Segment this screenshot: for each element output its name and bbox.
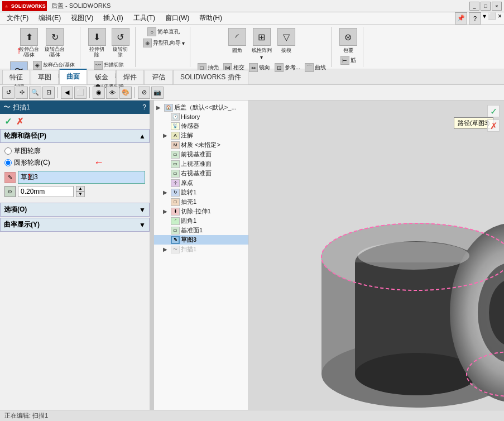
tab-surface[interactable]: 曲面 [59,69,87,84]
rib-icon: ⊢ [340,56,349,65]
zoom-fit-button[interactable]: ⊡ [42,87,55,99]
window-controls[interactable]: _ □ × [469,2,502,11]
sketch-profile-radio-row: 草图轮廓 [4,145,145,157]
menu-help[interactable]: 帮助(H) [195,12,227,24]
sweep-cut-icon: 〰 [94,61,103,70]
tab-weldment[interactable]: 焊件 [116,70,144,84]
pin-icon[interactable]: 📌 [455,12,467,25]
tree-item-plane1[interactable]: ▭ 基准面1 [154,226,248,235]
viewport-check-panel: ✓ ✗ [487,105,500,132]
revolve-boss-button[interactable]: ↻ 旋转凸台/基体 [42,27,67,59]
cut-extrude1-arrow: ▶ [163,208,170,214]
std-views-button[interactable]: ⬜ [74,87,87,99]
curve-button[interactable]: ⌒ 曲线 [303,63,328,73]
tree-item-top-plane[interactable]: ▭ 上视基准面 [154,159,248,169]
section-view-button[interactable]: ⊘ [138,87,150,99]
minimize-button[interactable]: _ [469,2,479,11]
viewport-ok-button[interactable]: ✓ [487,105,500,117]
tab-features[interactable]: 特征 [2,70,30,84]
edit-appear-button[interactable]: 🎨 [119,87,132,99]
root-label: 后盖（默认<<默认>_... [174,103,237,112]
maximize-button[interactable]: □ [481,2,491,11]
help-icon[interactable]: ? [142,103,146,111]
tree-item-sweep1[interactable]: ▶ 〜 扫描1 [154,245,248,254]
tree-root[interactable]: ▶ 🏠 后盖（默认<<默认>_... [154,103,248,112]
feature-tree-panel: ▶ 🏠 后盖（默认<<默认>_... 🕐 History 📡 传感器 ▶ A 注… [154,101,249,411]
options-section-header[interactable]: 选项(O) ▼ [0,203,150,217]
zoom-button[interactable]: 🔍 [29,87,41,99]
tab-evaluate[interactable]: 评估 [145,70,172,84]
tab-sheet-metal[interactable]: 钣金 [88,70,116,84]
revolve-boss-label: 旋转凸台/基体 [45,47,65,58]
spin-down-button[interactable]: ▼ [76,192,85,197]
close-button[interactable]: × [492,2,502,11]
viewport[interactable]: Y X 路径(草图3) ✓ ✗ [249,101,504,411]
plane1-icon: ▭ [171,227,180,235]
menu-insert[interactable]: 插入(I) [99,12,127,24]
history-icon: 🕐 [171,113,180,121]
tree-item-cut-extrude1[interactable]: ▶ ⬇ 切除-拉伸1 [154,207,248,216]
sketch-field-input[interactable]: 草图3 [18,171,145,184]
profile-path-section-header[interactable]: 轮廓和路径(P) ▲ [0,129,150,143]
revolve-cut-button[interactable]: ↺ 旋转切除 [109,27,132,59]
close-ribbon-button[interactable]: × [498,12,502,25]
tree-item-origin[interactable]: ⊹ 原点 [154,178,248,188]
tree-item-shell1[interactable]: □ 抽壳1 [154,197,248,207]
fillet-button[interactable]: ◜ 圆角 [226,27,248,61]
menu-tools[interactable]: 工具(T) [129,12,160,24]
circle-profile-radio[interactable] [4,159,12,166]
extrude-cut-button[interactable]: ⬇ 拉伸切除 [86,27,108,59]
tree-item-history[interactable]: 🕐 History [154,112,248,121]
sketch-profile-radio[interactable] [4,147,12,155]
sweep-cut-button[interactable]: 〰 扫描切除 [92,60,126,70]
tree-item-front-plane[interactable]: ▭ 前视基准面 [154,150,248,159]
statusbar: 正在编辑: 扫描1 [0,410,504,421]
prev-view-button[interactable]: ◀ [61,87,73,99]
tree-item-revolve1[interactable]: ▶ ↻ 旋转1 [154,188,248,197]
rib-button[interactable]: ⊢ 筋 [339,55,358,65]
sweep1-label: 扫描1 [181,245,196,253]
material-icon: M [171,141,180,149]
solidworks-logo: 🔺 SOLIDWORKS [2,1,47,11]
dimension-input[interactable] [18,186,74,197]
cancel-button[interactable]: ✗ [16,116,23,127]
reference-button[interactable]: ⊡ 参考... [273,63,302,73]
annotation-arrow: ▶ [163,132,170,138]
draft-label: 拔模 [281,47,291,54]
tree-item-sketch3[interactable]: ✎ 草图3 [154,235,248,245]
right-plane-label: 右视基准面 [181,169,212,178]
wrap-button[interactable]: ⊛ 包覆 [337,27,359,55]
search-help-btn[interactable]: ? [469,12,481,25]
ribbon-group-cut-features: ⬇ 拉伸切除 ↺ 旋转切除 〰 扫描切除 ◇ 放样切制 [83,27,136,67]
tree-item-material[interactable]: M 材质 <未指定> [154,140,248,150]
sketch3-label: 草图3 [181,236,196,244]
tree-item-right-plane[interactable]: ▭ 右视基准面 [154,169,248,178]
menu-view[interactable]: 视图(V) [66,12,98,24]
tree-item-sensor[interactable]: 📡 传感器 [154,121,248,131]
curvature-section-header[interactable]: 曲率显示(Y) ▼ [0,218,150,232]
tab-sketch[interactable]: 草图 [31,70,59,84]
menu-window[interactable]: 窗口(W) [161,12,194,24]
curvature-label: 曲率显示(Y) [4,220,40,229]
mirror-button[interactable]: ⇔ 镜向 [247,63,272,73]
ribbon-minimize-button[interactable]: ▾ [483,12,486,25]
tree-item-annotation[interactable]: ▶ A 注解 [154,131,248,140]
simple-hole-button[interactable]: ○ 简单直孔 [146,27,181,37]
display-mode-button[interactable]: ◉ [93,87,105,99]
pull-boss-button[interactable]: ⬆ 拉伸凸台/基体 [17,27,41,59]
tree-item-fillet1[interactable]: ◜ 圆角1 [154,216,248,226]
tab-solidworks-plugin[interactable]: SOLIDWORKS 插件 [173,70,248,84]
hide-show-button[interactable]: 👁 [106,87,118,99]
fillet-label: 圆角 [232,47,242,54]
menu-file[interactable]: 文件(F) [2,12,33,24]
menu-edit[interactable]: 编辑(E) [34,12,65,24]
ok-button[interactable]: ✓ [4,116,12,127]
hole-wizard-button[interactable]: ⊕ 异型孔向导▾ [141,38,186,48]
callout-leader [348,127,415,183]
spin-up-button[interactable]: ▲ [76,186,85,192]
viewport-cancel-button[interactable]: ✗ [487,119,500,132]
draft-button[interactable]: ▽ 拔模 [275,27,297,61]
float-button[interactable]: ⬜ [488,12,496,25]
camera-button[interactable]: 📷 [151,87,164,99]
linear-pattern-button[interactable]: ⊞ 线性阵列▾ [249,27,274,61]
